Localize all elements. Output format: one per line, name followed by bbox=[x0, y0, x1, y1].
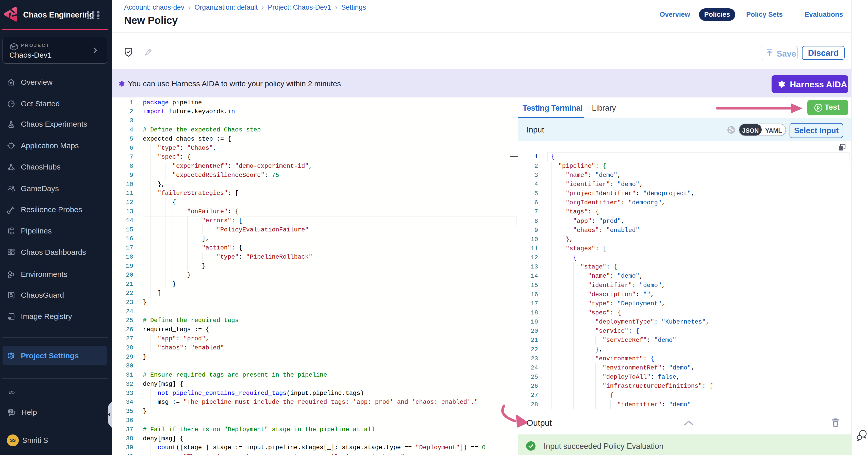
svg-text:?: ? bbox=[10, 409, 12, 414]
